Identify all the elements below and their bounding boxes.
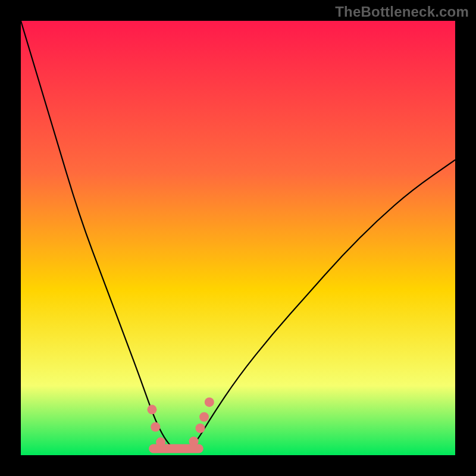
data-dot [189,437,199,446]
data-dot [151,422,160,432]
chart-svg [21,21,455,455]
data-dot [156,437,165,447]
gradient-background [21,21,455,455]
watermark-text: TheBottleneck.com [335,4,469,20]
outer-frame: TheBottleneck.com [0,0,476,476]
data-dot [205,397,214,407]
data-dot [199,412,209,422]
plot-area [21,21,455,455]
data-dot [195,424,205,433]
data-dot [147,405,156,414]
